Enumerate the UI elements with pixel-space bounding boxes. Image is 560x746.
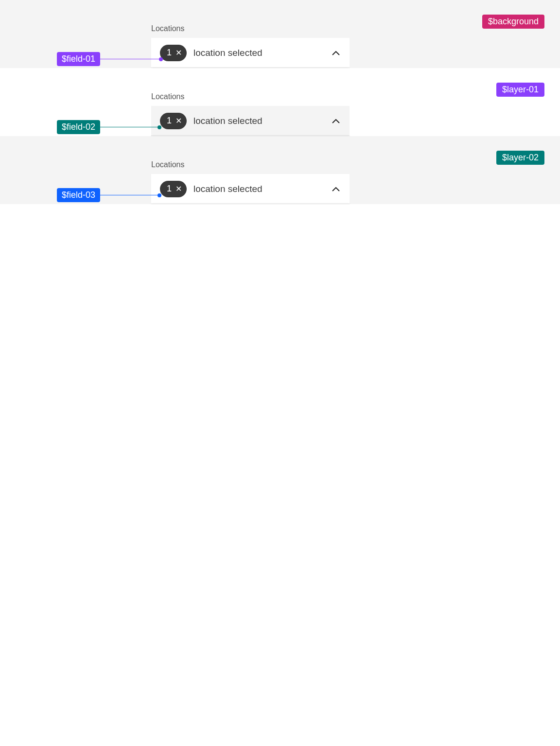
clear-selection-icon[interactable]: ✕ bbox=[175, 185, 182, 193]
chevron-up-icon[interactable] bbox=[331, 116, 341, 126]
annotation-field-01: $field-01 bbox=[57, 52, 161, 66]
multiselect-summary-text: location selected bbox=[193, 116, 331, 126]
annotation-field-02: $field-02 bbox=[57, 120, 159, 134]
background-token-tag: $background bbox=[482, 15, 544, 29]
multiselect-field[interactable]: 1 ✕ location selected bbox=[151, 38, 350, 68]
annotation-label: $field-02 bbox=[57, 120, 100, 134]
chevron-up-icon[interactable] bbox=[331, 184, 341, 194]
selection-count-pill[interactable]: 1 ✕ bbox=[160, 181, 187, 197]
multiselect-field[interactable]: 1 ✕ location selected bbox=[151, 106, 350, 136]
multiselect-label: Locations bbox=[151, 24, 350, 33]
selection-count: 1 bbox=[167, 48, 172, 58]
multiselect-summary-text: location selected bbox=[193, 48, 331, 58]
multiselect-field[interactable]: 1 ✕ location selected bbox=[151, 174, 350, 204]
annotation-label: $field-01 bbox=[57, 52, 100, 66]
clear-selection-icon[interactable]: ✕ bbox=[175, 49, 182, 57]
clear-selection-icon[interactable]: ✕ bbox=[175, 117, 182, 125]
background-token-tag: $layer-01 bbox=[496, 83, 544, 97]
spec-section-1: $background Locations 1 ✕ location selec… bbox=[0, 0, 560, 68]
annotation-field-03: $field-03 bbox=[57, 188, 159, 202]
selection-count: 1 bbox=[167, 184, 172, 194]
multiselect-3: Locations 1 ✕ location selected Hong Kon… bbox=[151, 160, 350, 204]
multiselect-label: Locations bbox=[151, 92, 350, 101]
selection-count-pill[interactable]: 1 ✕ bbox=[160, 45, 187, 61]
spec-section-2: $layer-01 Locations 1 ✕ location selecte… bbox=[0, 68, 560, 136]
spec-section-3: $layer-02 Locations 1 ✕ location selecte… bbox=[0, 136, 560, 204]
selection-count-pill[interactable]: 1 ✕ bbox=[160, 113, 187, 129]
chevron-up-icon[interactable] bbox=[331, 48, 341, 58]
annotation-label: $field-03 bbox=[57, 188, 100, 202]
selection-count: 1 bbox=[167, 116, 172, 126]
multiselect-summary-text: location selected bbox=[193, 184, 331, 194]
background-token-tag: $layer-02 bbox=[496, 151, 544, 165]
multiselect-label: Locations bbox=[151, 160, 350, 169]
